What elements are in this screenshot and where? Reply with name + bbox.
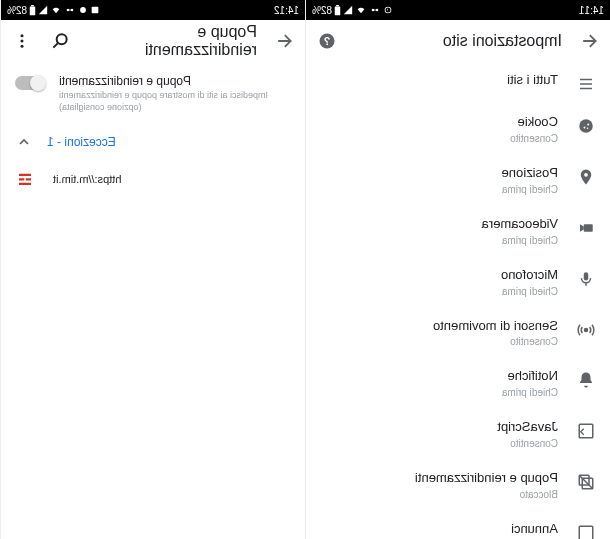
svg-rect-28 [31, 5, 34, 6]
row-cookie[interactable]: CookieConsentito [306, 104, 610, 155]
svg-point-33 [21, 45, 24, 48]
alarm-icon [78, 5, 88, 15]
svg-point-13 [587, 128, 589, 130]
popup-icon [576, 472, 596, 492]
row-label: Sensori di movimento [320, 318, 558, 335]
detail-list: Popup e reindirizzamenti Impedisci ai si… [1, 62, 305, 539]
screenshot-icon [90, 5, 100, 15]
svg-point-11 [587, 124, 589, 126]
status-time: 14:11 [579, 5, 604, 16]
status-time: 14:12 [274, 5, 299, 16]
page-title: Impostazioni sito [354, 32, 562, 50]
appbar: Impostazioni sito ? [306, 20, 610, 62]
search-button[interactable] [49, 30, 71, 52]
row-location[interactable]: PosizioneChiedi prima [306, 155, 610, 206]
row-sub: Chiedi prima [320, 285, 558, 298]
row-sub: Consentito [320, 132, 558, 145]
chevron-up-icon [15, 133, 33, 151]
motion-icon [576, 320, 596, 340]
mic-icon [576, 269, 596, 289]
row-label: Posizione [320, 165, 558, 182]
statusbar: 14:12 82% [1, 0, 305, 20]
row-sub: Bloccato [320, 488, 558, 501]
row-all-sites[interactable]: Tutti i siti [306, 62, 610, 104]
row-label: Tutti i siti [320, 72, 558, 89]
row-sub: Consentito [320, 335, 558, 348]
toggle-label: Popup e reindirizzamenti [59, 74, 291, 88]
vpn-icon [369, 5, 381, 15]
wifi-icon [50, 5, 62, 15]
row-label: Videocamera [320, 216, 558, 233]
ads-icon [576, 523, 596, 539]
phone-left: 14:11 82% Impostazioni sito ? Tutti i si… [305, 0, 610, 539]
row-label: JavaScript [320, 419, 558, 436]
phone-right: 14:12 82% Popup e reindirizzamenti Popup… [0, 0, 305, 539]
exception-item[interactable]: https://m.tim.it [1, 159, 305, 199]
battery-text: 82% [312, 5, 332, 16]
site-badge-icon [15, 169, 35, 189]
vpn-icon [64, 5, 76, 15]
svg-rect-2 [373, 10, 377, 11]
svg-rect-35 [26, 179, 31, 181]
back-button[interactable] [578, 30, 600, 52]
settings-list: Tutti i siti CookieConsentito PosizioneC… [306, 62, 610, 539]
more-button[interactable] [11, 30, 33, 52]
row-label: Annunci [320, 521, 558, 538]
svg-text:?: ? [324, 35, 330, 47]
appbar: Popup e reindirizzamenti [1, 20, 305, 62]
svg-rect-34 [19, 174, 31, 176]
location-icon [576, 167, 596, 187]
camera-icon [576, 218, 596, 238]
wifi-icon [355, 5, 367, 15]
js-icon [576, 421, 596, 441]
svg-rect-36 [19, 179, 24, 181]
toggle-switch[interactable] [15, 76, 45, 90]
page-title: Popup e reindirizzamenti [87, 23, 257, 59]
exceptions-label: Eccezioni - 1 [47, 135, 291, 149]
svg-line-30 [53, 43, 58, 48]
svg-rect-14 [584, 224, 593, 232]
row-ads[interactable]: AnnunciBloccati su alcuni siti [306, 511, 610, 539]
svg-point-23 [80, 7, 86, 13]
battery-text: 82% [7, 5, 27, 16]
row-popup[interactable]: Popup e reindirizzamentiBloccato [306, 460, 610, 511]
svg-point-16 [585, 328, 588, 331]
row-mic[interactable]: MicrofonoChiedi prima [306, 257, 610, 308]
row-label: Popup e reindirizzamenti [320, 470, 558, 487]
alarm-icon [383, 5, 393, 15]
statusbar: 14:11 82% [306, 0, 610, 20]
bell-icon [576, 370, 596, 390]
svg-point-12 [584, 127, 586, 129]
row-label: Cookie [320, 114, 558, 131]
svg-rect-4 [336, 5, 339, 6]
svg-point-29 [57, 34, 67, 44]
help-button[interactable]: ? [316, 30, 338, 52]
status-right: 82% [312, 5, 393, 16]
exceptions-header[interactable]: Eccezioni - 1 [1, 125, 305, 159]
row-sub: Chiedi prima [320, 386, 558, 399]
back-button[interactable] [273, 30, 295, 52]
svg-point-32 [21, 40, 24, 43]
svg-point-31 [21, 34, 24, 37]
signal-icon [343, 5, 353, 15]
row-sub: Consentito [320, 437, 558, 450]
svg-line-20 [579, 475, 593, 489]
row-camera[interactable]: VideocameraChiedi prima [306, 206, 610, 257]
svg-rect-15 [584, 272, 589, 280]
row-motion[interactable]: Sensori di movimentoConsentito [306, 308, 610, 359]
status-right: 82% [7, 5, 100, 16]
row-sub: Chiedi prima [320, 234, 558, 247]
svg-rect-26 [68, 10, 72, 11]
toggle-popup[interactable]: Popup e reindirizzamenti Impedisci ai si… [1, 62, 305, 125]
list-icon [576, 74, 596, 94]
battery-icon [334, 5, 341, 16]
row-label: Microfono [320, 267, 558, 284]
row-notifications[interactable]: NotificheChiedi prima [306, 358, 610, 409]
svg-rect-21 [579, 526, 593, 539]
row-label: Notifiche [320, 368, 558, 385]
svg-rect-27 [30, 6, 36, 15]
svg-rect-22 [92, 7, 99, 14]
cookie-icon [576, 116, 596, 136]
row-javascript[interactable]: JavaScriptConsentito [306, 409, 610, 460]
svg-point-10 [579, 119, 593, 133]
